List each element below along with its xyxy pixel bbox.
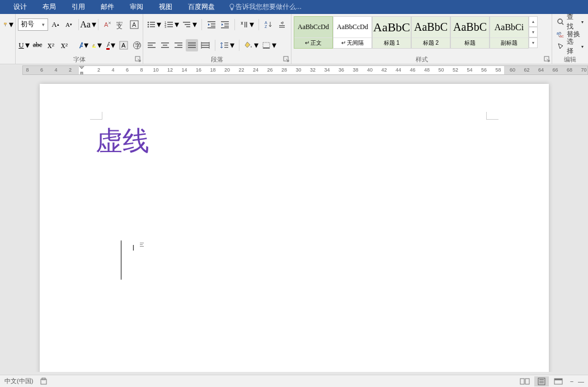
font-size-combo[interactable]: ▾ [18, 18, 48, 31]
document-area[interactable]: 虚线 I [0, 75, 588, 372]
ruler-tick: 70 [581, 67, 586, 73]
ruler-tick: 4 [54, 67, 57, 73]
svg-text:字: 字 [135, 43, 140, 49]
ruler-tick: 8 [140, 67, 143, 73]
ribbon: ▾ ▾ A▴ A▾ Aa▾ A wén文 A U▾ abc [0, 14, 588, 64]
print-layout-button[interactable] [534, 376, 549, 386]
tab-view[interactable]: 视图 [151, 0, 180, 14]
grow-font-button[interactable]: A▴ [49, 18, 62, 31]
character-shading-button[interactable]: A [117, 39, 130, 51]
style-item-4[interactable]: AaBbC标题 [450, 16, 490, 49]
svg-rect-48 [161, 43, 169, 44]
subscript-button[interactable]: x2 [45, 39, 57, 51]
bullets-button[interactable]: ▾ [145, 18, 162, 31]
style-item-1[interactable]: AaBbCcDd↵ 无间隔 [333, 16, 372, 49]
svg-rect-62 [224, 47, 228, 48]
style-item-0[interactable]: AaBbCcDd↵ 正文 [294, 16, 333, 49]
decrease-indent-button[interactable] [205, 18, 218, 31]
tab-baidu[interactable]: 百度网盘 [180, 0, 223, 14]
sort-button[interactable]: AZ [262, 18, 275, 31]
svg-rect-34 [208, 27, 215, 29]
styles-dialog-launcher[interactable] [544, 56, 551, 63]
cursor-icon [557, 43, 565, 50]
ruler-tick: 34 [324, 67, 330, 73]
enclose-characters-button[interactable]: 字 [131, 39, 143, 51]
ruler-tick: 68 [567, 67, 572, 73]
tab-design[interactable]: 设计 [6, 0, 35, 14]
style-preview: AaBbC [373, 17, 411, 37]
ruler-tick: 40 [367, 67, 373, 73]
character-border-button[interactable]: A [128, 18, 140, 31]
style-name: 标题 1 [373, 37, 411, 48]
style-item-3[interactable]: AaBbC标题 2 [411, 16, 450, 49]
language-status[interactable]: 中文(中国) [4, 377, 33, 385]
svg-rect-10 [106, 48, 110, 50]
strikethrough-button[interactable]: abc [31, 39, 44, 51]
underline-button[interactable]: U▾ [18, 39, 30, 51]
svg-text:ac: ac [559, 34, 564, 38]
line-spacing-button[interactable]: ▾ [219, 39, 236, 51]
svg-rect-39 [244, 22, 246, 27]
macro-status-icon[interactable] [40, 377, 48, 385]
paragraph-dialog-launcher[interactable] [283, 56, 290, 63]
styles-expand[interactable]: ▾ [529, 37, 538, 48]
align-right-button[interactable] [172, 39, 185, 51]
document-heading[interactable]: 虚线 [96, 123, 493, 159]
svg-rect-73 [140, 246, 144, 247]
align-justify-button[interactable] [186, 39, 198, 51]
svg-rect-21 [150, 26, 155, 27]
horizontal-ruler[interactable]: 8642246810121416182022242628303234363840… [0, 64, 588, 75]
shading-button[interactable]: ▾ [243, 39, 260, 51]
ruler-tick: 6 [40, 67, 43, 73]
ruler-tick: 6 [126, 67, 129, 73]
style-item-5[interactable]: AaBbCi副标题 [490, 16, 529, 49]
multilevel-list-button[interactable]: ▾ [181, 18, 198, 31]
show-marks-button[interactable] [276, 18, 288, 31]
align-distributed-button[interactable] [199, 39, 211, 51]
tab-layout[interactable]: 布局 [35, 0, 64, 14]
numbering-button[interactable]: 123▾ [163, 18, 180, 31]
format-painter-button[interactable]: ▾ [2, 18, 15, 31]
clear-formatting-button[interactable]: A [101, 18, 114, 31]
style-name: 标题 2 [412, 37, 450, 48]
web-layout-button[interactable] [551, 376, 566, 386]
align-left-button[interactable] [145, 39, 158, 51]
highlight-button[interactable]: ▾ [91, 39, 103, 51]
change-case-button[interactable]: Aa▾ [82, 18, 95, 31]
svg-rect-61 [224, 45, 228, 45]
increase-indent-button[interactable] [219, 18, 231, 31]
font-color-button[interactable]: A▾ [104, 39, 116, 51]
find-button[interactable]: 查找▾ [556, 16, 585, 27]
asian-layout-button[interactable]: ▾ [238, 18, 255, 31]
borders-button[interactable]: ▾ [261, 39, 277, 51]
svg-text:A: A [107, 41, 110, 49]
styles-scroll-down[interactable]: ▾ [529, 27, 538, 37]
svg-rect-80 [539, 381, 544, 381]
phonetic-guide-button[interactable]: wén文 [115, 18, 127, 31]
style-name: ↵ 正文 [294, 37, 332, 48]
superscript-button[interactable]: x2 [58, 39, 70, 51]
text-effects-button[interactable]: A▾ [77, 39, 90, 51]
read-mode-button[interactable] [518, 376, 532, 386]
shrink-font-button[interactable]: A▾ [63, 18, 75, 31]
font-size-input[interactable] [18, 21, 39, 29]
tab-mailings[interactable]: 邮件 [93, 0, 122, 14]
svg-rect-63 [263, 43, 270, 48]
first-line-indent-marker[interactable] [79, 65, 84, 75]
font-dialog-launcher[interactable] [135, 56, 142, 63]
chevron-down-icon[interactable]: ▾ [39, 22, 48, 27]
tab-review[interactable]: 审阅 [122, 0, 151, 14]
svg-rect-23 [167, 22, 173, 23]
svg-rect-59 [201, 47, 209, 48]
select-button[interactable]: 选择▾ [556, 41, 585, 52]
style-item-2[interactable]: AaBbC标题 1 [372, 16, 411, 49]
zoom-out-button[interactable]: − [568, 378, 576, 385]
styles-scroll-up[interactable]: ▴ [529, 16, 538, 27]
ruler-tick: 16 [196, 67, 201, 73]
style-name: ↵ 无间隔 [333, 37, 371, 48]
align-center-button[interactable] [159, 39, 171, 51]
tell-me-search[interactable]: 告诉我您想要做什么... [228, 2, 302, 12]
ruler-tick: 36 [338, 67, 344, 73]
tab-references[interactable]: 引用 [64, 0, 93, 14]
ruler-tick: 46 [410, 67, 415, 73]
